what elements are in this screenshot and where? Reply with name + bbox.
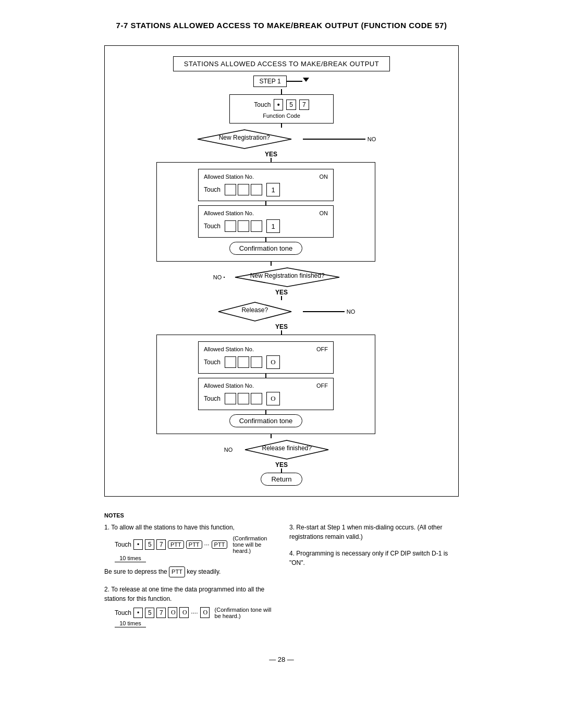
confirmation-tone-1-label: Confirmation tone [239,244,293,252]
no-label-1: NO [368,136,376,142]
yes-3: YES [275,323,288,330]
note-2-key-dot: • [133,608,143,618]
sq-boxes-2 [225,220,262,232]
note-1-text: 1. To allow all the stations to have thi… [104,523,274,532]
no-right-2: NO [303,309,356,315]
release-block-inner: Allowed Station No. OFF Touch O [165,341,366,427]
no-line-right [303,139,365,140]
on-label-2: ON [319,210,328,216]
line9 [265,374,266,378]
station-off-touch-1: Touch O [204,355,328,369]
touch-label-3: Touch [204,359,221,366]
line7 [281,296,282,300]
step1-arrow [303,78,309,85]
touch-label-4: Touch [204,395,221,402]
note-1-touch-row: Touch • 5 7 PTT PTT ··· PTT (Confirmatio… [115,535,274,554]
line6 [271,262,272,266]
line2 [281,124,282,128]
sq-box-3c [251,356,262,368]
release-finished-row: NO Release finished? [224,438,339,461]
notes-col-left: 1. To allow all the stations to have thi… [104,523,274,635]
release-block: Allowed Station No. OFF Touch O [156,335,375,434]
yes-4: YES [275,461,288,468]
yes-block-inner: Allowed Station No. ON Touch 1 [165,169,366,255]
new-reg-text: New Registration? [187,128,302,141]
station-off-label-2: Allowed Station No. [204,382,254,389]
no-label-2-left: NO [213,274,222,280]
sq-box-1c [251,184,262,195]
touch-label-1: Touch [204,186,221,193]
note-1-ptt-2: PTT [186,540,202,549]
note-2-key-0-n: O [200,607,210,618]
release-diamond: Release? [208,300,302,323]
new-reg-row: New Registration? NO [187,128,376,151]
note-3: 3. Re-start at Step 1 when mis-dialing o… [289,523,459,541]
notes-columns: 1. To allow all the stations to have thi… [104,523,459,635]
station-on-label-1: Allowed Station No. [204,174,254,180]
key-5: 5 [286,100,296,110]
num-box-1: 1 [266,183,280,196]
off-label-1: OFF [316,346,328,352]
off-num-box-1: O [266,355,280,369]
yes-1-row: YES [265,151,277,158]
new-reg-finished-row: NO New Registration finished? [213,266,350,289]
off-num-box-2: O [266,392,280,405]
note-2-touch-label: Touch [115,609,131,616]
yes-4-row: YES [275,461,288,468]
line12 [281,468,282,473]
note-2-key-7: 7 [156,608,166,618]
confirmation-tone-2: Confirmation tone [229,414,303,427]
station-off-box-1: Allowed Station No. OFF Touch O [198,341,334,374]
sq-boxes-3 [225,356,262,368]
top-box-label: STATIONS ALLOWED ACCESS TO MAKE/BREAK OU… [184,60,379,68]
touch-57-row: Touch • 5 7 [238,99,325,110]
note-1-ptt-1: PTT [168,540,184,549]
note-2-text: 2. To release at one time the data progr… [104,585,274,603]
page-number: — 28 — [31,656,532,663]
yes-2-row: YES [275,289,288,296]
yes-2: YES [275,289,288,296]
note-1-depress: Be sure to depress the PTT key steadily. [104,566,274,577]
note-2-key-5: 5 [145,608,154,618]
station-off-header-2: Allowed Station No. OFF [204,382,328,389]
station-on-label-2: Allowed Station No. [204,210,254,216]
on-label-1: ON [319,174,328,180]
note-1-key-7: 7 [156,539,166,550]
note-1-depress2-text: key steadily. [187,568,221,575]
key-7: 7 [299,100,309,110]
station-on-touch-1: Touch 1 [204,183,328,196]
top-box: STATIONS ALLOWED ACCESS TO MAKE/BREAK OU… [173,56,390,71]
touch-57-box: Touch • 5 7 Function Code [229,94,334,124]
line10 [265,410,266,414]
note-1-10times: 10 times [115,555,146,562]
sq-box-2b [238,220,249,232]
return-label: Return [271,475,291,483]
note-1-ellipsis: ··· [204,541,210,548]
page-title: 7-7 STATIONS ALLOWED ACCESS TO MAKE/BREA… [31,21,532,30]
note-2: 2. To release at one time the data progr… [104,585,274,627]
no-right-1: NO [303,136,376,142]
no-label-3: NO [347,309,356,315]
sq-box-3b [238,356,249,368]
new-reg-finished-diamond: New Registration finished? [225,266,350,289]
no-label-4: NO [224,447,233,453]
notes-col-right: 3. Re-start at Step 1 when mis-dialing o… [289,523,459,635]
new-reg-finished-text: New Registration finished? [225,266,350,279]
note-2-key-0-2: O [179,607,189,618]
release-text: Release? [208,300,302,314]
sq-boxes-4 [225,393,262,404]
note-2-key-0-1: O [168,607,177,618]
confirmation-tone-2-label: Confirmation tone [239,417,293,425]
yes-1: YES [265,151,277,158]
note-1-depress-text: Be sure to depress the [104,568,167,575]
station-on-box-1: Allowed Station No. ON Touch 1 [198,169,334,201]
sq-box-4c [251,393,262,404]
line1 [281,89,282,94]
sq-box-4a [225,393,236,404]
step1-label: STEP 1 [259,78,280,85]
line8 [281,330,282,335]
note-4: 4. Programming is necessary only if CP D… [289,549,459,567]
touch-label-2: Touch [204,223,221,230]
station-off-label-1: Allowed Station No. [204,346,254,352]
yes-3-row: YES [275,323,288,330]
